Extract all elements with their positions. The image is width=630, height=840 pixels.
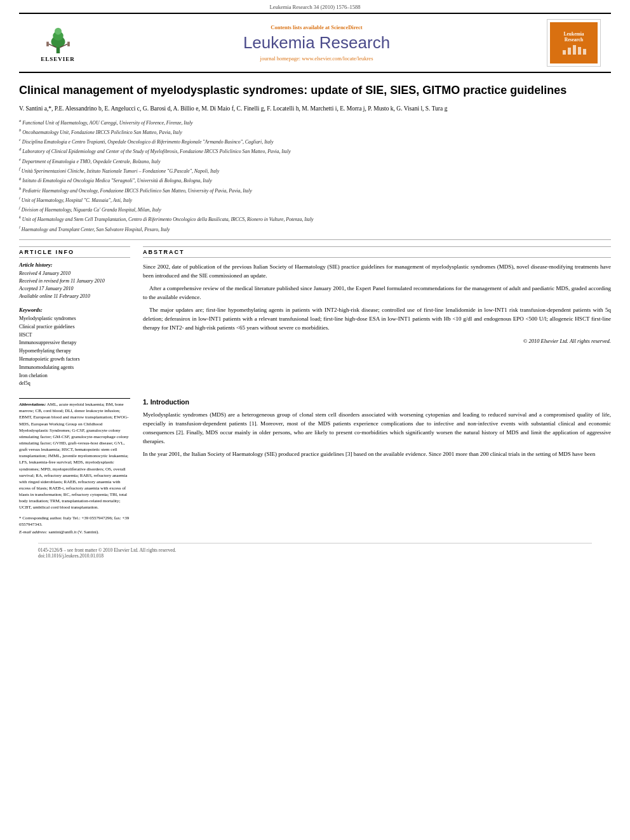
section-divider — [19, 239, 611, 240]
svg-rect-10 — [573, 45, 576, 55]
keywords-section: Keywords: Myelodysplastic syndromesClini… — [19, 307, 130, 388]
svg-rect-5 — [67, 41, 70, 46]
intro-text: Myelodysplastic syndromes (MDS) are a he… — [143, 411, 611, 459]
affiliations: a Functional Unit of Haematology, AOU Ca… — [19, 117, 611, 233]
doi-line: doi:10.1016/j.leukres.2010.01.018 — [38, 553, 592, 559]
affiliation-item: b Oncohaematology Unit, Fondazione IRCCS… — [19, 127, 611, 136]
keyword-item: del5q — [19, 380, 130, 388]
authors-text: V. Santini a,*, P.E. Alessandrino b, E. … — [19, 105, 447, 112]
article-info-title: ARTICLE INFO — [19, 246, 130, 258]
intro-paragraph: In the year 2001, the Italian Society of… — [143, 450, 611, 459]
email-address: E-mail address: santini@unifi.it (V. San… — [19, 529, 130, 535]
intro-section: Abbreviations: AML, acute myeloid leukae… — [19, 398, 611, 537]
affiliation-item: j Division of Haematology, Niguarda Ca' … — [19, 204, 611, 213]
svg-rect-8 — [563, 50, 566, 55]
logo-chart-icon — [561, 43, 587, 55]
keyword-item: Hypomethylating therapy — [19, 347, 130, 356]
journal-center: Contents lists available at ScienceDirec… — [86, 24, 547, 62]
abstract-title: ABSTRACT — [143, 246, 611, 258]
elsevier-logo: ELSEVIER — [29, 24, 86, 62]
keywords-list: Myelodysplastic syndromesClinical practi… — [19, 315, 130, 388]
svg-rect-4 — [46, 41, 49, 46]
page-footer: 0145-2126/$ – see front matter © 2010 El… — [38, 543, 592, 563]
svg-rect-9 — [568, 48, 571, 55]
abstract-paragraph: After a comprehensive review of the medi… — [143, 284, 611, 302]
sciencedirect-prefix: Contents lists available at — [271, 24, 331, 30]
copyright-line: © 2010 Elsevier Ltd. All rights reserved… — [143, 338, 611, 344]
affiliation-item: f Unità Sperimentazioni Cliniche, Istitu… — [19, 166, 611, 175]
corresponding-author: * Corresponding author. Italy Tel.: +39 … — [19, 515, 130, 528]
affiliation-item: i Unit of Haematology, Hospital "C. Mass… — [19, 195, 611, 204]
keyword-item: Myelodysplastic syndromes — [19, 315, 130, 323]
two-col-layout: ARTICLE INFO Article history: Received 4… — [19, 246, 611, 388]
issn-line: 0145-2126/$ – see front matter © 2010 El… — [38, 547, 592, 553]
homepage-url[interactable]: www.elsevier.com/locate/leukres — [302, 55, 373, 62]
keyword-item: Clinical practice guidelines — [19, 323, 130, 331]
affiliation-item: a Functional Unit of Haematology, AOU Ca… — [19, 117, 611, 126]
keywords-label: Keywords: — [19, 307, 130, 313]
footnotes-col: Abbreviations: AML, acute myeloid leukae… — [19, 398, 130, 537]
article-title: Clinical management of myelodysplastic s… — [19, 83, 611, 98]
svg-point-3 — [55, 27, 62, 34]
elsevier-label: ELSEVIER — [41, 56, 75, 62]
article-info-col: ARTICLE INFO Article history: Received 4… — [19, 246, 130, 388]
intro-paragraph: Myelodysplastic syndromes (MDS) are a he… — [143, 411, 611, 446]
svg-rect-11 — [578, 47, 581, 55]
journal-title: Leukemia Research — [99, 33, 534, 53]
authors-line: V. Santini a,*, P.E. Alessandrino b, E. … — [19, 104, 611, 113]
available-online-date: Available online 11 February 2010 — [19, 293, 130, 300]
affiliation-item: l Haematology and Transplant Center, San… — [19, 224, 611, 233]
journal-citation: Leukemia Research 34 (2010) 1576–1588 — [269, 4, 360, 10]
keyword-item: Hematopoietic growth factors — [19, 356, 130, 364]
abstract-paragraph: The major updates are; first-line hypome… — [143, 306, 611, 333]
keyword-item: Immunosuppressive therapy — [19, 339, 130, 347]
journal-logo-title: Leukemia Research — [563, 31, 584, 43]
affiliation-item: h Pediatric Haematology and Oncology, Fo… — [19, 185, 611, 194]
journal-header: ELSEVIER Contents lists available at Sci… — [19, 13, 611, 73]
abstract-col: ABSTRACT Since 2002, date of publication… — [143, 246, 611, 388]
keyword-item: Immunomodulating agents — [19, 364, 130, 372]
sciencedirect-line: Contents lists available at ScienceDirec… — [99, 24, 534, 30]
intro-col: 1. Introduction Myelodysplastic syndrome… — [143, 398, 611, 537]
elsevier-tree-icon — [41, 24, 76, 55]
journal-logo-box: Leukemia Research — [547, 19, 601, 67]
affiliation-item: d Laboratory of Clinical Epidemiology an… — [19, 146, 611, 155]
received-revised-date: Received in revised form 11 January 2010 — [19, 277, 130, 285]
top-bar: Leukemia Research 34 (2010) 1576–1588 — [0, 0, 630, 13]
keyword-item: Iron chelation — [19, 372, 130, 380]
page-container: Leukemia Research 34 (2010) 1576–1588 EL… — [0, 0, 630, 840]
sciencedirect-link-text[interactable]: ScienceDirect — [331, 24, 362, 30]
intro-section-title: 1. Introduction — [143, 398, 611, 406]
journal-homepage: journal homepage: www.elsevier.com/locat… — [99, 55, 534, 62]
received-date: Received 4 January 2010 — [19, 270, 130, 277]
accepted-date: Accepted 17 January 2010 — [19, 285, 130, 293]
affiliation-item: k Unit of Haematology and Stem Cell Tran… — [19, 214, 611, 223]
affiliation-item: g Istituto di Ematologia ed Oncologia Me… — [19, 175, 611, 184]
abstract-text: Since 2002, date of publication of the p… — [143, 263, 611, 333]
abbreviations-label: Abbreviations: AML, acute myeloid leukae… — [19, 401, 130, 510]
homepage-prefix: journal homepage: — [260, 55, 302, 62]
affiliation-item: e Department of Ematologia e TMO, Ospeda… — [19, 156, 611, 165]
main-content: Clinical management of myelodysplastic s… — [0, 73, 630, 563]
keyword-item: HSCT — [19, 331, 130, 340]
affiliation-item: c Disciplina Ematologia e Centro Trapian… — [19, 137, 611, 145]
svg-rect-12 — [583, 49, 586, 55]
article-history-label: Article history: — [19, 262, 130, 268]
journal-logo-inner: Leukemia Research — [550, 22, 598, 63]
abstract-paragraph: Since 2002, date of publication of the p… — [143, 263, 611, 281]
